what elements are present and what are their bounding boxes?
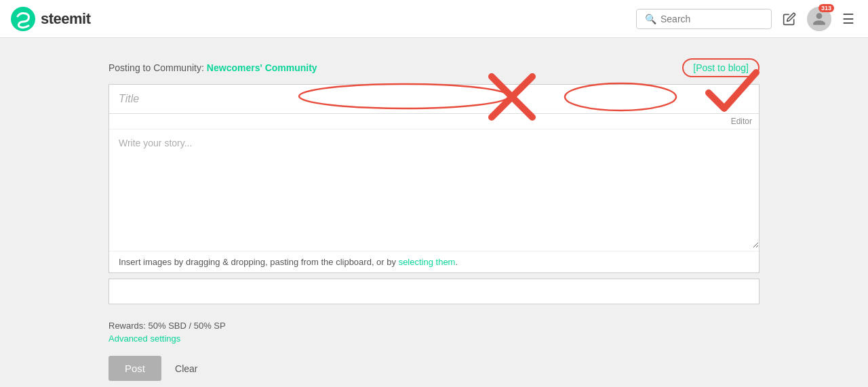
posting-prefix: Posting to Community: (108, 62, 204, 73)
search-icon: 🔍 (645, 14, 656, 24)
search-input[interactable] (660, 14, 763, 24)
image-drop-note: Insert images by dragging & dropping, pa… (109, 251, 759, 272)
search-box[interactable]: 🔍 (636, 9, 772, 29)
hamburger-menu-button[interactable]: ☰ (840, 8, 857, 30)
user-icon (812, 12, 827, 26)
logo-area: steemit (11, 7, 631, 31)
tags-input-container (108, 279, 760, 304)
user-avatar-button[interactable]: 313 (807, 7, 831, 31)
image-note-text: Insert images by dragging & dropping, pa… (119, 257, 399, 267)
image-note-suffix: . (455, 257, 458, 267)
notification-badge: 313 (818, 4, 834, 12)
button-row: Post Clear (108, 356, 760, 381)
community-name-link[interactable]: Newcomers' Community (207, 62, 317, 73)
edit-pencil-button[interactable] (780, 9, 799, 28)
editor-container: Editor Insert images by dragging & dropp… (108, 84, 760, 273)
clear-button[interactable]: Clear (172, 361, 200, 377)
rewards-section: Rewards: 50% SBD / 50% SP Advanced setti… (108, 321, 760, 344)
advanced-settings-link[interactable]: Advanced settings (108, 333, 760, 344)
header-right: 🔍 313 ☰ (636, 7, 857, 31)
hamburger-icon: ☰ (842, 11, 854, 27)
pencil-icon (783, 12, 796, 26)
header: steemit 🔍 313 ☰ (0, 0, 868, 38)
steemit-logo-icon (11, 7, 35, 31)
story-textarea[interactable] (109, 129, 759, 248)
main-content: Posting to Community: Newcomers' Communi… (95, 38, 773, 387)
post-button[interactable]: Post (108, 356, 161, 381)
posting-to-left: Posting to Community: Newcomers' Communi… (108, 62, 317, 73)
post-to-blog-link[interactable]: [Post to blog] (682, 58, 760, 77)
site-logo-text: steemit (41, 10, 91, 28)
posting-to-line: Posting to Community: Newcomers' Communi… (108, 58, 760, 77)
tags-input[interactable] (119, 285, 749, 296)
editor-tab-label: Editor (731, 117, 752, 126)
editor-tab-bar: Editor (109, 114, 759, 129)
rewards-label: Rewards: 50% SBD / 50% SP (108, 321, 226, 331)
image-select-link[interactable]: selecting them (399, 257, 456, 267)
title-input[interactable] (109, 85, 759, 114)
